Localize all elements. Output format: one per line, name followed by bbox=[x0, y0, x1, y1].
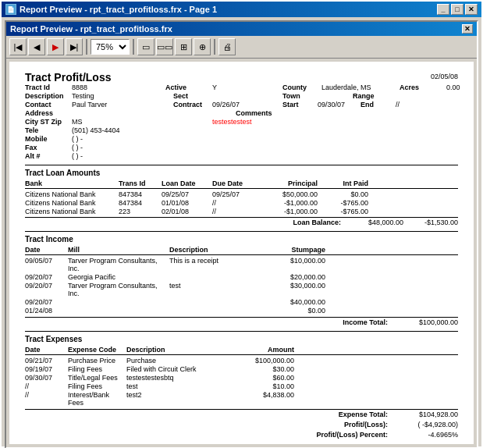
income-desc-3: test bbox=[169, 282, 271, 297]
expense-section-title: Tract Expenses bbox=[25, 335, 458, 343]
end-value: // bbox=[396, 101, 400, 108]
income-table-header: Date Mill Description Stumpage bbox=[25, 246, 458, 255]
outer-titlebar: 📄 Report Preview - rpt_tract_profitloss.… bbox=[2, 2, 481, 17]
loan-principal-3: -$1,000.00 bbox=[259, 208, 318, 215]
town-label: Town bbox=[282, 92, 314, 100]
income-row-2: 09/20/07 Georgia Pacific $20,000.00 bbox=[25, 273, 458, 281]
loan-bank-2: Citizens National Bank bbox=[25, 199, 119, 207]
loan-bank-3: Citizens National Bank bbox=[25, 208, 119, 215]
income-row-4: 09/20/07 $40,000.00 bbox=[25, 298, 458, 306]
close-button[interactable]: ✕ bbox=[465, 4, 478, 15]
inner-window: Report Preview - rpt_tract_profitloss.fr… bbox=[5, 20, 478, 448]
fax-value: ( ) - bbox=[72, 144, 134, 151]
loan-date-1: 09/25/07 bbox=[162, 190, 212, 198]
play-button[interactable]: ▶ bbox=[47, 38, 64, 55]
outer-title-text: Report Preview - rpt_tract_profitloss.fr… bbox=[20, 5, 217, 14]
expense-table-header: Date Expense Code Description Amount bbox=[25, 346, 458, 355]
income-desc-4 bbox=[169, 298, 271, 306]
end-label: End bbox=[360, 101, 392, 108]
exp-col-amount: Amount bbox=[236, 346, 294, 354]
loan-intpaid-1: $0.00 bbox=[318, 190, 368, 198]
income-desc-2 bbox=[169, 273, 271, 281]
mobile-label: Mobile bbox=[25, 135, 72, 143]
tract-id-value: 8888 bbox=[72, 84, 134, 91]
info-row-2: Description Testing Sect Town Range bbox=[25, 92, 458, 100]
exp-desc-5: test2 bbox=[126, 391, 236, 407]
county-label: County bbox=[282, 84, 321, 91]
first-page-button[interactable]: |◀ bbox=[9, 38, 27, 55]
loan-due-1: 09/25/07 bbox=[212, 190, 259, 198]
income-total-row: Income Total: $100,000.00 bbox=[25, 317, 458, 326]
city-label: City ST Zip bbox=[25, 118, 72, 126]
toolbar-separator-3 bbox=[214, 39, 215, 55]
toolbar: |◀ ◀ ▶ ▶| 75% 50% 100% 150% ▭ ▭▭ ⊞ ⊕ 🖨 bbox=[6, 36, 477, 59]
income-col-date: Date bbox=[25, 246, 68, 254]
exp-code-5: Interest/Bank Fees bbox=[68, 391, 126, 407]
contact-value: Paul Tarver bbox=[72, 101, 134, 108]
loan-balance-principal: $48,000.00 bbox=[349, 219, 403, 226]
income-mill-5 bbox=[68, 307, 169, 315]
maximize-button[interactable]: □ bbox=[451, 4, 463, 15]
inner-titlebar: Report Preview - rpt_tract_profitloss.fr… bbox=[6, 22, 477, 36]
comments-label: Comments bbox=[236, 109, 275, 117]
loan-transid-2: 847384 bbox=[119, 199, 162, 207]
expense-total-label: Expense Total: bbox=[339, 411, 388, 418]
report-area[interactable]: Tract Profit/Loss 02/05/08 Tract Id 8888… bbox=[9, 62, 474, 444]
income-mill-2: Georgia Pacific bbox=[68, 273, 169, 281]
loan-intpaid-3: -$765.00 bbox=[318, 208, 368, 215]
income-total-value: $100,000.00 bbox=[396, 318, 458, 326]
loan-principal-1: $50,000.00 bbox=[259, 190, 318, 198]
income-col-mill: Mill bbox=[68, 246, 169, 254]
divider-2 bbox=[25, 231, 458, 232]
exp-code-3: Title/Legal Fees bbox=[68, 374, 126, 382]
income-date-5: 01/24/08 bbox=[25, 307, 68, 315]
income-date-3: 09/20/07 bbox=[25, 282, 68, 297]
income-col-stumpage: Stumpage bbox=[271, 246, 325, 254]
two-page-button[interactable]: ▭▭ bbox=[156, 38, 173, 55]
loan-balance-row: Loan Balance: $48,000.00 -$1,530.00 bbox=[25, 217, 458, 226]
exp-amount-1: $100,000.00 bbox=[236, 357, 294, 364]
zoom-in-button[interactable]: ⊕ bbox=[194, 38, 211, 55]
income-row-5: 01/24/08 $0.00 bbox=[25, 307, 458, 315]
exp-date-2: 09/19/07 bbox=[25, 365, 68, 373]
loan-balance-label: Loan Balance: bbox=[293, 219, 341, 226]
expense-total-row: Expense Total: $104,928.00 bbox=[25, 409, 458, 418]
info-row-9: Alt # ( ) - bbox=[25, 152, 458, 160]
zoom-select[interactable]: 75% 50% 100% 150% bbox=[91, 39, 130, 55]
exp-desc-4: test bbox=[126, 382, 236, 390]
contract-value: 09/26/07 bbox=[212, 101, 275, 108]
last-page-button[interactable]: ▶| bbox=[66, 38, 83, 55]
alt-label: Alt # bbox=[25, 152, 72, 160]
exp-desc-2: Filed with Circuit Clerk bbox=[126, 365, 236, 373]
address-value bbox=[72, 109, 134, 117]
contract-label: Contract bbox=[173, 101, 212, 108]
desc-label: Description bbox=[25, 92, 72, 100]
sect-value bbox=[212, 92, 275, 100]
multi-page-button[interactable]: ⊞ bbox=[175, 38, 192, 55]
tele-label: Tele bbox=[25, 126, 72, 134]
loan-row-2: Citizens National Bank 847384 01/01/08 /… bbox=[25, 199, 458, 207]
income-col-desc: Description bbox=[169, 246, 271, 254]
loan-col-transid: Trans Id bbox=[119, 180, 162, 187]
income-stumpage-2: $20,000.00 bbox=[271, 273, 325, 281]
expense-total-value: $104,928.00 bbox=[396, 411, 458, 418]
acres-label: Acres bbox=[400, 84, 446, 91]
prev-page-button[interactable]: ◀ bbox=[28, 38, 45, 55]
start-value: 09/30/07 bbox=[318, 101, 345, 108]
exp-col-desc: Description bbox=[126, 346, 236, 354]
inner-close-button[interactable]: ✕ bbox=[462, 24, 473, 34]
profit-pct-value: -4.6965% bbox=[396, 431, 458, 439]
tract-info: Tract Id 8888 Active Y County Lauderdale… bbox=[25, 84, 458, 160]
income-row-3: 09/20/07 Tarver Program Consultants, Inc… bbox=[25, 282, 458, 297]
minimize-button[interactable]: _ bbox=[437, 4, 449, 15]
loan-table-header: Bank Trans Id Loan Date Due Date Princip… bbox=[25, 180, 458, 189]
single-page-button[interactable]: ▭ bbox=[137, 38, 154, 55]
desc-value: Testing bbox=[72, 92, 134, 100]
exp-date-3: 09/30/07 bbox=[25, 374, 68, 382]
info-row-5: City ST Zip MS testestestest bbox=[25, 118, 458, 126]
print-button[interactable]: 🖨 bbox=[218, 38, 236, 55]
loan-row-3: Citizens National Bank 223 02/01/08 // -… bbox=[25, 208, 458, 215]
loan-date-3: 02/01/08 bbox=[162, 208, 212, 215]
comments-value: testestestest bbox=[212, 118, 252, 126]
loan-transid-3: 223 bbox=[119, 208, 162, 215]
